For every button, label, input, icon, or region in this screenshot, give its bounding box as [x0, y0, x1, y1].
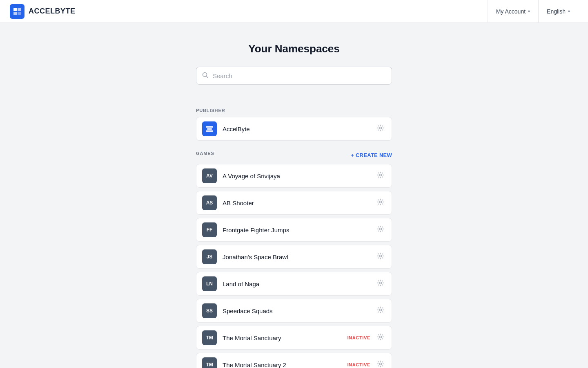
games-section-label: GAMES [196, 151, 214, 156]
header: ACCELBYTE My Account ▾ English ▾ [0, 0, 588, 23]
svg-line-5 [207, 76, 208, 78]
game-name: A Voyage of Srivijaya [223, 173, 375, 180]
page-title: Your Namespaces [108, 43, 480, 55]
game-avatar: AS [202, 195, 217, 210]
namespace-container: PUBLISHER AccelByte [196, 108, 392, 368]
svg-point-10 [380, 255, 382, 257]
svg-point-8 [380, 201, 382, 203]
game-name: The Mortal Sanctuary 2 [223, 361, 347, 368]
language-label: English [547, 8, 566, 15]
publisher-section: PUBLISHER AccelByte [196, 108, 392, 141]
svg-point-12 [380, 309, 382, 311]
inactive-badge: INACTIVE [347, 335, 370, 340]
game-gear-icon[interactable] [375, 305, 386, 317]
game-item[interactable]: LNLand of Naga [196, 272, 392, 296]
game-name: Speedace Squads [223, 307, 375, 314]
game-avatar: AV [202, 168, 217, 183]
publisher-gear-icon[interactable] [375, 123, 386, 135]
svg-point-7 [380, 174, 382, 176]
publisher-icon [206, 126, 213, 132]
game-gear-icon[interactable] [375, 197, 386, 209]
search-divider [196, 98, 392, 98]
game-name: Land of Naga [223, 280, 375, 287]
games-section: GAMES + CREATE NEW AVA Voyage of Srivija… [196, 150, 392, 368]
publisher-avatar [202, 121, 217, 136]
main-content: Your Namespaces PUBLISHER [98, 23, 490, 368]
game-item[interactable]: TMThe Mortal SanctuaryINACTIVE [196, 326, 392, 350]
game-avatar: SS [202, 303, 217, 318]
my-account-label: My Account [496, 8, 526, 15]
game-name: AB Shooter [223, 200, 375, 206]
create-new-label: + CREATE NEW [351, 152, 392, 158]
game-gear-icon[interactable] [375, 332, 386, 344]
svg-rect-0 [13, 8, 17, 11]
game-item[interactable]: SSSpeedace Squads [196, 299, 392, 323]
svg-point-14 [380, 363, 382, 365]
game-gear-icon[interactable] [375, 251, 386, 263]
svg-rect-1 [18, 8, 21, 11]
logo-icon [10, 4, 24, 19]
game-item[interactable]: JSJonathan's Space Brawl [196, 245, 392, 269]
game-name: Frontgate Fighter Jumps [223, 227, 375, 233]
game-item[interactable]: AVA Voyage of Srivijaya [196, 164, 392, 188]
search-icon [202, 72, 209, 80]
game-gear-icon[interactable] [375, 278, 386, 290]
game-gear-icon[interactable] [375, 170, 386, 182]
publisher-section-label: PUBLISHER [196, 108, 392, 113]
game-gear-icon[interactable] [375, 224, 386, 236]
pub-line-2 [207, 128, 212, 130]
svg-rect-3 [18, 12, 21, 15]
header-right: My Account ▾ English ▾ [488, 0, 578, 23]
games-list: AVA Voyage of SrivijayaASAB ShooterFFFro… [196, 164, 392, 368]
publisher-item[interactable]: AccelByte [196, 117, 392, 141]
svg-point-13 [380, 336, 382, 338]
svg-point-11 [380, 282, 382, 284]
language-chevron-icon: ▾ [568, 9, 570, 13]
game-item[interactable]: FFFrontgate Fighter Jumps [196, 218, 392, 242]
game-avatar: TM [202, 357, 217, 368]
game-item[interactable]: ASAB Shooter [196, 191, 392, 215]
game-item[interactable]: TMThe Mortal Sanctuary 2INACTIVE [196, 353, 392, 368]
svg-point-9 [380, 228, 382, 230]
svg-point-6 [380, 127, 382, 129]
game-avatar: FF [202, 222, 217, 237]
my-account-button[interactable]: My Account ▾ [488, 0, 538, 23]
inactive-badge: INACTIVE [347, 362, 370, 367]
game-avatar: TM [202, 330, 217, 345]
svg-rect-2 [13, 12, 17, 15]
create-new-button[interactable]: + CREATE NEW [351, 150, 392, 160]
game-name: Jonathan's Space Brawl [223, 254, 375, 260]
game-avatar: JS [202, 249, 217, 264]
logo: ACCELBYTE [10, 4, 76, 19]
search-wrapper [196, 67, 392, 85]
pub-line-3 [206, 130, 213, 132]
games-section-header: GAMES + CREATE NEW [196, 150, 392, 160]
game-gear-icon[interactable] [375, 359, 386, 368]
game-name: The Mortal Sanctuary [223, 334, 347, 341]
search-input[interactable] [213, 72, 386, 79]
pub-line-1 [206, 126, 213, 128]
language-button[interactable]: English ▾ [538, 0, 578, 23]
logo-text: ACCELBYTE [29, 7, 76, 16]
publisher-name: AccelByte [223, 126, 375, 132]
my-account-chevron-icon: ▾ [528, 9, 530, 13]
game-avatar: LN [202, 276, 217, 291]
